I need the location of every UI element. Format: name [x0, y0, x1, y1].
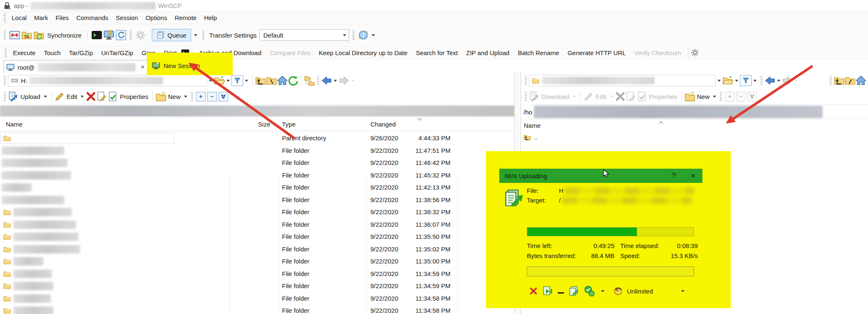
command-keep-local-directory-up-to-date[interactable]: Keep Local Directory up to Date [314, 49, 412, 56]
path-dropdown[interactable] [717, 80, 721, 82]
back-dropdown[interactable] [334, 80, 337, 82]
new-folder-icon[interactable] [156, 91, 166, 102]
open-directory-icon[interactable] [214, 75, 225, 86]
minimize-icon[interactable] [558, 292, 564, 294]
queue-ok-icon[interactable] [584, 286, 595, 296]
transfer-settings-select[interactable]: Default [259, 29, 349, 41]
session-tab-root[interactable]: root@ × [3, 60, 149, 74]
parent-directory-icon[interactable] [834, 75, 845, 86]
back-icon[interactable] [765, 75, 775, 86]
upload-button[interactable]: Upload [19, 93, 42, 100]
edit-button[interactable]: Edit [594, 93, 608, 100]
properties-button[interactable]: Properties [118, 93, 150, 100]
transfer-mode-globe-icon[interactable] [358, 30, 369, 41]
menu-item-options[interactable]: Options [142, 14, 171, 21]
forward-dropdown[interactable] [351, 80, 355, 82]
speed-limit-icon[interactable] [614, 287, 622, 295]
refresh-panels-icon[interactable] [116, 30, 126, 41]
select-plus-button[interactable]: + [725, 92, 735, 101]
directory-tree-icon[interactable] [304, 75, 315, 86]
queue-button[interactable]: Queue [152, 29, 191, 41]
remote-path-bar[interactable]: /ho [521, 105, 868, 119]
file-row[interactable]: File folder9/22/202011:42:13 PM [0, 182, 514, 194]
command-zip-and-upload[interactable]: ZIP and Upload [462, 49, 514, 56]
queue-dropdown[interactable] [194, 34, 197, 36]
invert-selection-button[interactable]: ∀ [747, 92, 757, 101]
edit-pencil-icon[interactable] [583, 91, 594, 102]
file-row[interactable]: File folder9/22/202011:35:02 PM [0, 243, 514, 256]
toolbar-grip[interactable] [525, 92, 527, 101]
root-directory-icon[interactable] [266, 75, 277, 86]
properties-icon[interactable] [107, 91, 118, 102]
open-directory-dropdown[interactable] [226, 80, 230, 82]
edit-pencil-icon[interactable] [54, 91, 65, 102]
toolbar-grip[interactable] [317, 76, 319, 85]
preferences-gear-icon[interactable] [135, 30, 146, 41]
filter-button[interactable] [231, 75, 243, 86]
open-directory-dropdown[interactable] [735, 80, 738, 82]
parent-directory-icon[interactable] [255, 75, 266, 86]
file-row[interactable]: File folder9/22/202011:45:32 PM [0, 170, 514, 182]
combo-dropdown-arrow[interactable] [343, 34, 346, 36]
speed-limit-value[interactable]: Unlimited [627, 288, 653, 295]
select-minus-button[interactable]: − [736, 92, 746, 101]
file-row[interactable]: File folder9/22/202011:35:00 PM [0, 256, 514, 268]
local-path-field[interactable]: H: [8, 75, 207, 86]
edit-dropdown[interactable] [81, 96, 84, 98]
queue-options-dropdown[interactable] [601, 290, 604, 292]
toolbar-grip[interactable] [191, 92, 193, 101]
transfer-mode-dropdown[interactable] [372, 34, 375, 36]
column-header-changed[interactable]: Changed [370, 121, 396, 128]
menu-item-local[interactable]: Local [8, 14, 30, 21]
upload-icon[interactable] [8, 91, 19, 102]
remote-path-field[interactable] [529, 75, 716, 86]
toolbar-grip[interactable] [830, 76, 832, 85]
properties-button[interactable]: Properties [647, 93, 679, 100]
file-row[interactable]: Parent directory9/26/20204:44:33 PM [0, 132, 514, 145]
filter-button[interactable] [740, 75, 752, 86]
toolbar-grip[interactable] [4, 76, 6, 85]
customize-gear-icon[interactable] [691, 48, 699, 57]
cancel-transfer-icon[interactable] [529, 287, 538, 295]
new-button[interactable]: New [166, 93, 182, 100]
file-row[interactable]: File folder9/22/202011:34:59 PM [0, 280, 514, 293]
folder-sync-icon[interactable] [21, 30, 32, 41]
toolbar-grip[interactable] [4, 13, 6, 23]
command-touch[interactable]: Touch [40, 49, 65, 56]
open-terminal-icon[interactable] [91, 30, 102, 41]
menu-item-files[interactable]: Files [52, 14, 73, 21]
properties-icon[interactable] [637, 91, 647, 102]
new-dropdown[interactable] [184, 96, 187, 98]
file-row[interactable]: File folder9/22/202011:36:07 PM [0, 219, 514, 231]
file-row[interactable]: File folder9/22/202011:46:42 PM [0, 157, 514, 170]
column-header-name[interactable]: Name [6, 121, 23, 128]
new-button[interactable]: New [695, 93, 711, 100]
toolbar-grip[interactable] [5, 48, 7, 57]
forward-dropdown[interactable] [795, 80, 798, 82]
toolbar-grip[interactable] [202, 30, 204, 40]
download-icon[interactable] [529, 91, 540, 102]
home-directory-icon[interactable] [277, 75, 288, 86]
column-header-name[interactable]: Name [524, 122, 541, 129]
file-row[interactable]: File folder9/22/202011:35:50 PM [0, 231, 514, 243]
menu-item-remote[interactable]: Remote [171, 14, 201, 21]
toolbar-grip[interactable] [760, 76, 762, 85]
menu-item-commands[interactable]: Commands [73, 14, 112, 21]
toolbar-grip[interactable] [525, 76, 527, 85]
download-button[interactable]: Download [540, 93, 571, 100]
skip-file-icon[interactable] [542, 286, 553, 296]
download-dropdown[interactable] [573, 96, 576, 98]
toolbar-grip[interactable] [130, 30, 132, 40]
delete-icon[interactable] [615, 91, 626, 102]
toolbar-grip[interactable] [352, 30, 355, 40]
file-row[interactable]: File folder9/22/202011:34:59 PM [0, 268, 514, 281]
console-commands-icon[interactable] [103, 30, 114, 41]
forward-icon[interactable] [339, 75, 350, 86]
edit-button[interactable]: Edit [65, 93, 79, 100]
speed-limit-dropdown[interactable] [681, 290, 684, 292]
delete-icon[interactable] [86, 91, 96, 102]
close-dialog-button[interactable]: × [689, 171, 697, 180]
file-row[interactable]: File folder9/22/202011:38:32 PM [0, 206, 514, 219]
home-directory-icon[interactable] [855, 75, 866, 86]
menu-item-help[interactable]: Help [200, 14, 221, 21]
